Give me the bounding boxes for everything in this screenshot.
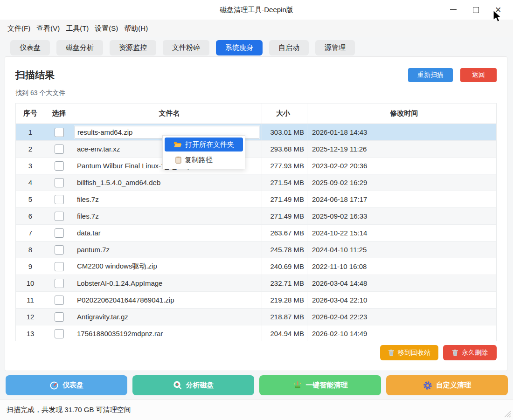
table-row[interactable]: 10 LobsterAI-0.1.24.AppImage 232.71 MB 2… [16, 275, 496, 292]
bottom-nav-custom-clean-button[interactable]: 自定义清理 [386, 375, 508, 395]
bottom-nav: 仪表盘 分析磁盘 一键智能清理 自定义清理 [6, 375, 508, 395]
close-icon: ✕ [495, 6, 501, 14]
table-body: 1 results-amd64.zip results-amd64.zip 30… [16, 124, 496, 341]
file-name-cell[interactable]: 17561880035192mdpnz.rar [73, 325, 262, 341]
row-checkbox[interactable] [55, 195, 64, 204]
table-row[interactable]: 1 results-amd64.zip results-amd64.zip 30… [16, 124, 496, 141]
menu-item[interactable]: 帮助(H) [124, 24, 148, 33]
permanent-delete-button[interactable]: 永久删除 [443, 345, 497, 360]
result-count-text: 找到 63 个大文件 [15, 89, 497, 97]
context-menu-item-open-folder[interactable]: 打开所在文件夹 [165, 138, 243, 151]
page-title: 扫描结果 [15, 69, 55, 82]
rescan-button[interactable]: 重新扫描 [408, 68, 453, 82]
tab-system-slim[interactable]: 系统瘦身 [216, 40, 263, 55]
column-header: 文件名 [73, 103, 262, 124]
row-select-cell [45, 158, 73, 174]
column-header: 大小 [262, 103, 307, 124]
row-index: 1 [16, 124, 45, 140]
row-checkbox[interactable] [55, 279, 64, 288]
row-index: 3 [16, 158, 45, 174]
table-row[interactable]: 7 data.tar 263.67 MB 2024-10-22 15:14 [16, 225, 496, 241]
file-size-cell: 204.94 MB [262, 325, 307, 341]
table-row[interactable]: 13 17561880035192mdpnz.rar 204.94 MB 202… [16, 325, 496, 341]
row-select-cell [45, 258, 73, 275]
menu-bar: 文件(F)查看(V)工具(T)设置(S)帮助(H) [0, 20, 513, 37]
row-index: 8 [16, 241, 45, 258]
table-row[interactable]: 6 files.7z 271.49 MB 2025-09-02 16:33 [16, 208, 496, 225]
table-row[interactable]: 12 Antigravity.tar.gz 218.87 MB 2026-02-… [16, 309, 496, 325]
row-index: 5 [16, 191, 45, 207]
table-row[interactable]: 3 Pantum Wilbur Final Linux-1_0_0.zip 27… [16, 158, 496, 174]
menu-item[interactable]: 工具(T) [66, 24, 89, 33]
row-checkbox[interactable] [55, 262, 64, 271]
move-to-recycle-label: 移到回收站 [398, 349, 430, 357]
minimize-icon [450, 9, 457, 10]
bottom-nav-smart-clean-button[interactable]: 一键智能清理 [259, 375, 381, 395]
row-checkbox[interactable] [55, 178, 64, 187]
file-name-cell[interactable]: Antigravity.tar.gz [73, 309, 262, 325]
file-name-cell[interactable]: CM2200 windows驱动.zip [73, 258, 262, 275]
file-size-cell: 240.69 MB [262, 258, 307, 275]
table-row[interactable]: 2 ace-env.tar.xz 293.68 MB 2025-12-19 11… [16, 141, 496, 158]
file-name-cell[interactable]: billfish_1.5.4.0_amd64.deb [73, 174, 262, 191]
table-row[interactable]: 4 billfish_1.5.4.0_amd64.deb 271.54 MB 2… [16, 174, 496, 191]
context-menu-item-copy-path[interactable]: 复制路径 [165, 153, 243, 167]
row-checkbox[interactable] [55, 329, 64, 338]
menu-item[interactable]: 文件(F) [7, 24, 30, 33]
permanent-delete-label: 永久删除 [462, 349, 488, 357]
window-title: 磁盘清理工具-Deepin版 [0, 6, 513, 14]
file-modified-cell: 2023-02-02 20:36 [307, 158, 496, 174]
file-modified-cell: 2024-04-10 11:25 [307, 241, 496, 258]
file-size-cell: 263.67 MB [262, 225, 307, 241]
bottom-nav-analyze-disk-button[interactable]: 分析磁盘 [132, 375, 254, 395]
tab-file-shredder[interactable]: 文件粉碎 [163, 40, 209, 55]
row-select-cell [45, 325, 73, 341]
tab-autostart[interactable]: 自启动 [269, 40, 309, 55]
row-checkbox[interactable] [55, 128, 64, 137]
tab-source-manager[interactable]: 源管理 [315, 40, 355, 55]
column-header: 选择 [45, 103, 73, 124]
minimize-button[interactable] [442, 0, 464, 20]
context-menu: 打开所在文件夹 复制路径 [162, 135, 245, 169]
file-size-cell: 218.87 MB [262, 309, 307, 325]
status-bar: 扫描完成，共发现 31.70 GB 可清理空间 [0, 399, 513, 420]
row-checkbox[interactable] [55, 161, 64, 171]
main-panel: 扫描结果 重新扫描 返回 找到 63 个大文件 序号选择文件名大小修改时间 1 … [5, 56, 507, 371]
magnifier-pie-icon [173, 381, 182, 390]
file-name-cell[interactable]: data.tar [73, 225, 262, 241]
tab-disk-analysis[interactable]: 磁盘分析 [56, 40, 103, 55]
row-checkbox[interactable] [55, 212, 64, 221]
file-name-cell[interactable]: files.7z [73, 208, 262, 224]
table-row[interactable]: 11 P020220620416447869041.zip 219.28 MB … [16, 292, 496, 309]
row-checkbox[interactable] [55, 245, 64, 255]
row-checkbox[interactable] [55, 312, 64, 322]
table-actions: 移到回收站 永久删除 [15, 345, 497, 360]
file-name-cell[interactable]: P020220620416447869041.zip [73, 292, 262, 308]
tab-dashboard[interactable]: 仪表盘 [10, 40, 50, 55]
maximize-button[interactable] [464, 0, 487, 20]
move-to-recycle-button[interactable]: 移到回收站 [380, 345, 438, 360]
row-select-cell [45, 292, 73, 308]
row-checkbox[interactable] [55, 145, 64, 154]
table-row[interactable]: 9 CM2200 windows驱动.zip 240.69 MB 2022-11… [16, 258, 496, 275]
row-checkbox[interactable] [55, 228, 64, 238]
menu-item[interactable]: 查看(V) [36, 24, 60, 33]
table-row[interactable]: 8 pantum.7z 245.78 MB 2024-04-10 11:25 [16, 241, 496, 258]
table-row[interactable]: 5 files.7z 271.49 MB 2024-06-18 17:17 [16, 191, 496, 208]
menu-item[interactable]: 设置(S) [95, 24, 118, 33]
row-index: 7 [16, 225, 45, 241]
file-modified-cell: 2022-11-10 16:08 [307, 258, 496, 275]
file-name-cell[interactable]: pantum.7z [73, 241, 262, 258]
file-name-cell[interactable]: files.7z [73, 191, 262, 207]
resize-grip[interactable] [503, 409, 511, 418]
row-select-cell [45, 309, 73, 325]
tab-resource-monitor[interactable]: 资源监控 [110, 40, 156, 55]
file-name-cell[interactable]: LobsterAI-0.1.24.AppImage [73, 275, 262, 291]
bottom-nav-dashboard-button[interactable]: 仪表盘 [6, 375, 127, 395]
file-modified-cell: 2025-09-02 16:29 [307, 174, 496, 191]
close-button[interactable]: ✕ [487, 0, 509, 20]
context-menu-item-label: 打开所在文件夹 [185, 140, 234, 149]
row-checkbox[interactable] [55, 296, 64, 305]
back-button[interactable]: 返回 [460, 68, 497, 82]
file-size-cell: 293.68 MB [262, 141, 307, 157]
